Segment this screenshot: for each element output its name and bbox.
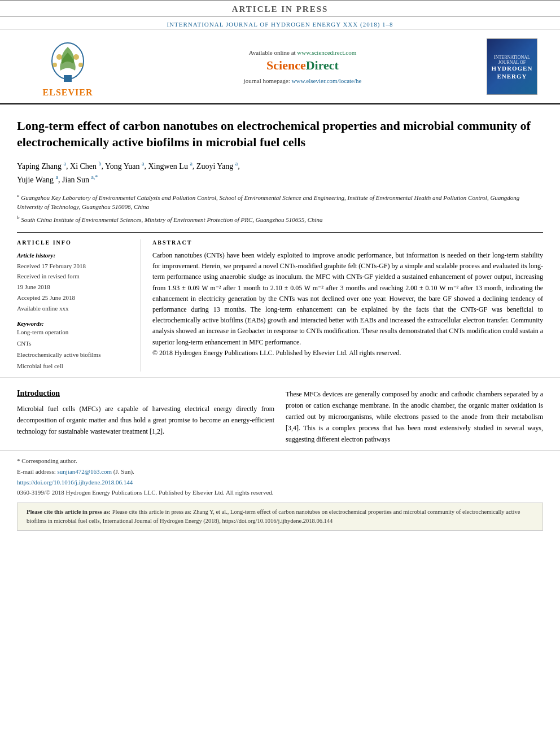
abstract-text: Carbon nanotubes (CNTs) have been widely…: [152, 250, 543, 348]
author-xingwen: Xingwen Lu: [148, 162, 188, 171]
article-history: Article history: Received 17 February 20…: [17, 250, 132, 313]
affil-a2-sup: a: [142, 160, 144, 167]
keywords-section: Keywords: Long-term operation CNTs Elect…: [17, 320, 132, 372]
author-yaping: Yaping Zhang: [17, 162, 62, 171]
received-revised-label: Received in revised form: [17, 271, 132, 282]
issn-line: 0360-3199/© 2018 Hydrogen Energy Publica…: [17, 487, 543, 498]
affiliation-a: a Guangzhou Key Laboratory of Environmen…: [17, 192, 543, 212]
svg-point-4: [73, 54, 79, 60]
author-yong: Yong Yuan: [105, 162, 139, 171]
body-section: Introduction Microbial fuel cells (MFCs)…: [0, 377, 560, 451]
keyword-1: Long-term operation: [17, 327, 132, 338]
author-jian: Jian Sun: [62, 176, 89, 184]
affil-b-sup: b: [99, 160, 102, 167]
author-zuoyi: Zuoyi Yang: [196, 162, 233, 171]
affil-a-sup: a: [64, 160, 66, 167]
article-info-abstract: ARTICLE INFO Article history: Received 1…: [17, 239, 543, 372]
journal-cover: INTERNATIONAL JOURNAL OF HYDROGEN ENERGY: [487, 38, 537, 95]
accepted-date: Accepted 25 June 2018: [17, 292, 132, 303]
header-center: Available online at www.sciencedirect.co…: [119, 49, 487, 84]
journal-homepage: journal homepage: www.elsevier.com/locat…: [119, 77, 487, 84]
elsevier-logo-area: ELSEVIER: [17, 36, 119, 98]
elsevier-wordmark: ELSEVIER: [43, 88, 93, 98]
history-label: Article history:: [17, 250, 132, 261]
copyright-text: © 2018 Hydrogen Energy Publications LLC.…: [152, 348, 543, 359]
cover-intl-label: INTERNATIONAL JOURNAL OF: [490, 55, 534, 65]
sciencedirect-url[interactable]: www.sciencedirect.com: [297, 49, 356, 56]
available-online: Available online xxx: [17, 303, 132, 314]
email-label: E-mail address:: [17, 468, 56, 475]
keyword-4: Microbial fuel cell: [17, 361, 132, 372]
received-2: 19 June 2018: [17, 282, 132, 292]
please-cite-label: Please cite this article in press as:: [27, 509, 111, 515]
header: ELSEVIER Available online at www.science…: [0, 30, 560, 104]
keyword-2: CNTs: [17, 338, 132, 350]
body-left-col: Introduction Microbial fuel cells (MFCs)…: [17, 389, 274, 445]
email-link[interactable]: sunjian472@163.com: [57, 468, 112, 475]
keywords-list: Long-term operation CNTs Electrochemical…: [17, 327, 132, 372]
abstract-label: ABSTRACT: [152, 239, 543, 246]
available-online-text: Available online at www.sciencedirect.co…: [119, 49, 487, 56]
intro-right-text: These MFCs devices are generally compose…: [286, 389, 543, 445]
journal-homepage-url[interactable]: www.elsevier.com/locate/he: [292, 77, 362, 84]
article-title: Long-term effect of carbon nanotubes on …: [17, 118, 543, 150]
authors-line: Yaping Zhang a, Xi Chen b, Yong Yuan a, …: [17, 159, 543, 186]
affil-a6-sup: a,*: [91, 174, 98, 180]
svg-point-3: [56, 54, 62, 60]
abstract-col: ABSTRACT Carbon nanotubes (CNTs) have be…: [152, 239, 543, 372]
author-yujie: Yujie Wang: [17, 176, 54, 184]
email-name: (J. Sun).: [113, 468, 134, 475]
affil-a3-sup: a: [190, 160, 192, 167]
corresponding-author-note: * Corresponding author.: [17, 456, 543, 466]
cite-box: Please cite this article in press as: Pl…: [17, 503, 543, 531]
cover-title-label: HYDROGEN: [492, 65, 533, 72]
cover-subtitle-label: ENERGY: [497, 73, 527, 80]
keyword-3: Electrochemically active biofilms: [17, 350, 132, 361]
elsevier-tree-icon: [42, 36, 93, 86]
affiliations: a Guangzhou Key Laboratory of Environmen…: [17, 192, 543, 224]
author-xichen: Xi Chen: [70, 162, 97, 171]
journal-name-bar: INTERNATIONAL JOURNAL OF HYDROGEN ENERGY…: [0, 19, 560, 30]
intro-left-text: Microbial fuel cells (MFCs) are capable …: [17, 404, 274, 437]
article-info-label: ARTICLE INFO: [17, 239, 132, 246]
main-content: Long-term effect of carbon nanotubes on …: [0, 104, 560, 372]
doi-line: https://doi.org/10.1016/j.ijhydene.2018.…: [17, 477, 543, 488]
article-in-press-banner: ARTICLE IN PRESS: [0, 0, 560, 17]
sciencedirect-logo: ScienceDirect: [119, 58, 487, 73]
svg-point-6: [78, 63, 83, 67]
affiliation-b: b South China Institute of Environmental…: [17, 214, 543, 224]
corresponding-label: * Corresponding author.: [17, 457, 77, 464]
doi-link[interactable]: https://doi.org/10.1016/j.ijhydene.2018.…: [17, 479, 133, 486]
email-line: E-mail address: sunjian472@163.com (J. S…: [17, 466, 543, 477]
keywords-label: Keywords:: [17, 320, 132, 327]
svg-point-5: [53, 63, 57, 67]
divider-1: [17, 232, 543, 233]
received-1: Received 17 February 2018: [17, 261, 132, 272]
affil-a4-sup: a: [235, 160, 238, 167]
article-info-col: ARTICLE INFO Article history: Received 1…: [17, 239, 141, 372]
affil-a5-sup: a: [56, 174, 58, 180]
footnote-area: * Corresponding author. E-mail address: …: [0, 451, 560, 503]
journal-cover-area: INTERNATIONAL JOURNAL OF HYDROGEN ENERGY: [487, 38, 543, 95]
introduction-title: Introduction: [17, 389, 274, 398]
body-right-col: These MFCs devices are generally compose…: [286, 389, 543, 445]
